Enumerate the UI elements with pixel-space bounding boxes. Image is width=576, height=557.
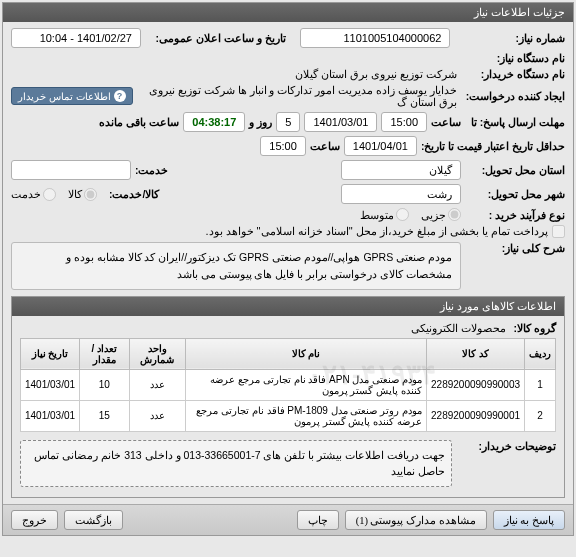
cell-code: 2289200090990003	[427, 369, 525, 400]
province-label: استان محل تحویل:	[465, 164, 565, 176]
main-header: جزئیات اطلاعات نیاز	[3, 3, 573, 22]
response-hour-label: ساعت	[431, 116, 461, 128]
cell-unit: عدد	[129, 369, 186, 400]
items-body: گروه کالا: محصولات الکترونیکی ۰۲۱-۴۱۹۳۴ …	[12, 316, 564, 498]
device-label: نام دستگاه نیاز:	[465, 52, 565, 64]
table-row[interactable]: 1 2289200090990003 مودم صنعتی مدل APN فا…	[21, 369, 556, 400]
remain-time: 04:38:17	[183, 112, 245, 132]
items-panel: اطلاعات کالاهای مورد نیاز گروه کالا: محص…	[11, 296, 565, 499]
contact-info-button[interactable]: اطلاعات تماس خریدار	[11, 87, 133, 105]
radio-khidmat-label[interactable]: خدمت	[11, 188, 56, 201]
row-device: نام دستگاه نیاز:	[11, 52, 565, 64]
col-name: نام کالا	[186, 338, 427, 369]
main-panel: جزئیات اطلاعات نیاز شماره نیاز: 11010051…	[2, 2, 574, 536]
items-table: ردیف کد کالا نام کالا واحد شمارش تعداد /…	[20, 338, 556, 432]
desc-text: مودم صنعتی GPRS هواپی//مودم صنعتی GPRS ت…	[11, 242, 461, 290]
radio-kala-label[interactable]: کالا	[68, 188, 97, 201]
day-label: روز و	[249, 116, 272, 128]
row-number: شماره نیاز: 1101005104000062 تاریخ و ساع…	[11, 28, 565, 48]
process-group: جزیی متوسط	[360, 208, 461, 221]
item-type-group: کالا/خدمت: کالا خدمت	[11, 188, 159, 201]
col-qty: تعداد / مقدار	[80, 338, 130, 369]
payment-note: پرداخت تمام یا بخشی از مبلغ خرید،از محل …	[205, 225, 548, 238]
table-wrap: ۰۲۱-۴۱۹۳۴ ردیف کد کالا نام کالا واحد شما…	[20, 338, 556, 432]
service-value	[11, 160, 131, 180]
cell-code: 2289200090990001	[427, 400, 525, 431]
main-body: شماره نیاز: 1101005104000062 تاریخ و ساع…	[3, 22, 573, 504]
items-header: اطلاعات کالاهای مورد نیاز	[12, 297, 564, 316]
group-value: محصولات الکترونیکی	[407, 322, 510, 334]
announce-value: 1401/02/27 - 10:04	[11, 28, 141, 48]
deadline-hour-label: ساعت	[310, 140, 340, 152]
respond-button[interactable]: پاسخ به نیاز	[493, 510, 565, 530]
buyer-notes-label: توضیحات خریدار:	[456, 440, 556, 452]
exit-button[interactable]: خروج	[11, 510, 58, 530]
city-label: شهر محل تحویل:	[465, 188, 565, 200]
col-date: تاریخ نیاز	[21, 338, 80, 369]
row-response: مهلت ارسال پاسخ: تا ساعت 15:00 1401/03/0…	[11, 112, 565, 132]
deadline-hour: 15:00	[260, 136, 306, 156]
radio-khidmat[interactable]	[43, 188, 56, 201]
print-button[interactable]: چاپ	[297, 510, 339, 530]
process-label: نوع فرآیند خرید :	[465, 209, 565, 221]
buyer-notes-text: جهت دریافت اطلاعات بیشتر با تلفن های 7-3…	[20, 440, 452, 488]
footer-bar: پاسخ به نیاز مشاهده مدارک پیوستی (1) چاپ…	[3, 504, 573, 535]
main-title: جزئیات اطلاعات نیاز	[474, 6, 565, 18]
desc-label: شرح کلی نیاز:	[465, 242, 565, 254]
service-label: خدمت:	[135, 164, 169, 176]
table-header-row: ردیف کد کالا نام کالا واحد شمارش تعداد /…	[21, 338, 556, 369]
col-code: کد کالا	[427, 338, 525, 369]
table-row[interactable]: 2 2289200090990001 مودم روتر صنعتی مدل P…	[21, 400, 556, 431]
footer-spacer	[129, 510, 291, 530]
radio-medium-label[interactable]: متوسط	[360, 208, 409, 221]
back-button[interactable]: بازگشت	[64, 510, 123, 530]
attachments-button[interactable]: مشاهده مدارک پیوستی (1)	[345, 510, 487, 530]
cell-date: 1401/03/01	[21, 400, 80, 431]
requester-label: ایجاد کننده درخواست:	[465, 90, 565, 102]
response-date: 1401/03/01	[304, 112, 377, 132]
cell-date: 1401/03/01	[21, 369, 80, 400]
response-label: مهلت ارسال پاسخ: تا	[465, 116, 565, 128]
row-buyer-notes: توضیحات خریدار: جهت دریافت اطلاعات بیشتر…	[20, 440, 556, 488]
number-label: شماره نیاز:	[465, 32, 565, 44]
remain-label: ساعت باقی مانده	[99, 116, 179, 128]
col-unit: واحد شمارش	[129, 338, 186, 369]
row-deadline: حداقل تاریخ اعتبار قیمت تا تاریخ: 1401/0…	[11, 136, 565, 156]
number-value: 1101005104000062	[300, 28, 450, 48]
group-label: گروه کالا:	[514, 322, 556, 334]
province-value: گیلان	[341, 160, 461, 180]
row-buyer: نام دستگاه خریدار: شرکت توزیع نیروی برق …	[11, 68, 565, 80]
row-group: گروه کالا: محصولات الکترونیکی	[20, 322, 556, 334]
cell-idx: 2	[525, 400, 556, 431]
row-desc: شرح کلی نیاز: مودم صنعتی GPRS هواپی//مود…	[11, 242, 565, 290]
radio-partial[interactable]	[448, 208, 461, 221]
deadline-label: حداقل تاریخ اعتبار قیمت تا تاریخ:	[421, 140, 565, 152]
response-hour: 15:00	[381, 112, 427, 132]
item-type-label: کالا/خدمت:	[109, 188, 159, 200]
cell-name: مودم روتر صنعتی مدل PM-1809 فاقد نام تجا…	[186, 400, 427, 431]
row-province: استان محل تحویل: گیلان خدمت:	[11, 160, 565, 180]
cell-name: مودم صنعتی مدل APN فاقد نام تجارتی مرجع …	[186, 369, 427, 400]
radio-kala[interactable]	[84, 188, 97, 201]
buyer-value: شرکت توزیع نیروی برق استان گیلان	[291, 68, 461, 80]
city-value: رشت	[341, 184, 461, 204]
deadline-date: 1401/04/01	[344, 136, 417, 156]
cell-qty: 10	[80, 369, 130, 400]
row-city: شهر محل تحویل: رشت کالا/خدمت: کالا خدمت	[11, 184, 565, 204]
buyer-label: نام دستگاه خریدار:	[465, 68, 565, 80]
requester-value: خدایار یوسف زاده مدیریت امور تدارکات و ا…	[137, 84, 461, 108]
payment-checkbox[interactable]	[552, 225, 565, 238]
row-process: نوع فرآیند خرید : جزیی متوسط پرداخت تمام…	[11, 208, 565, 238]
radio-partial-label[interactable]: جزیی	[421, 208, 461, 221]
cell-qty: 15	[80, 400, 130, 431]
col-idx: ردیف	[525, 338, 556, 369]
cell-idx: 1	[525, 369, 556, 400]
announce-label: تاریخ و ساعت اعلان عمومی:	[156, 32, 286, 44]
payment-note-wrap: پرداخت تمام یا بخشی از مبلغ خرید،از محل …	[205, 225, 565, 238]
radio-medium[interactable]	[396, 208, 409, 221]
row-requester: ایجاد کننده درخواست: خدایار یوسف زاده مد…	[11, 84, 565, 108]
cell-unit: عدد	[129, 400, 186, 431]
days-left: 5	[276, 112, 300, 132]
